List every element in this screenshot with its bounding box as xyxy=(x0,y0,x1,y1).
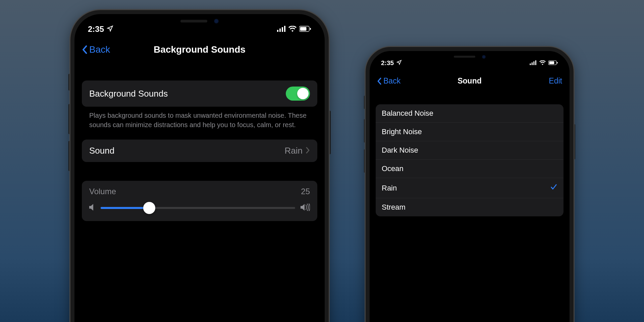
wifi-icon xyxy=(288,24,297,34)
sound-option[interactable]: Stream xyxy=(376,198,564,216)
location-icon xyxy=(107,24,113,34)
chevron-left-icon xyxy=(82,45,87,54)
svg-rect-8 xyxy=(532,62,533,65)
toggle-description: Plays background sounds to mask unwanted… xyxy=(82,107,317,140)
location-icon xyxy=(396,59,402,67)
svg-rect-9 xyxy=(533,61,534,65)
battery-icon xyxy=(299,24,311,34)
sound-row-value: Rain xyxy=(285,146,303,156)
toggle-card: Background Sounds xyxy=(82,80,317,107)
svg-rect-6 xyxy=(310,28,311,30)
power-button[interactable] xyxy=(329,111,331,154)
sound-option-label: Dark Noise xyxy=(382,146,418,155)
back-label: Back xyxy=(89,44,110,55)
sound-option-label: Rain xyxy=(382,184,397,193)
sound-option[interactable]: Dark Noise xyxy=(376,141,564,159)
status-time: 2:35 xyxy=(88,24,104,34)
notch xyxy=(428,51,512,62)
cellular-icon xyxy=(530,59,537,67)
svg-rect-13 xyxy=(557,62,557,64)
svg-rect-7 xyxy=(530,63,531,65)
slider-thumb[interactable] xyxy=(143,202,155,214)
speaker-high-icon xyxy=(301,204,310,212)
sound-options-list: Balanced NoiseBright NoiseDark NoiseOcea… xyxy=(376,104,564,216)
sound-row[interactable]: Sound Rain xyxy=(82,140,317,162)
back-button[interactable]: Back xyxy=(82,44,110,55)
sound-option-label: Bright Noise xyxy=(382,127,422,136)
notch xyxy=(148,14,252,28)
svg-rect-1 xyxy=(279,29,281,32)
volume-label: Volume xyxy=(89,187,116,196)
speaker-low-icon xyxy=(89,204,95,212)
volume-card: Volume 25 xyxy=(82,181,317,221)
background-sounds-toggle[interactable] xyxy=(286,87,310,101)
battery-icon xyxy=(548,59,558,67)
edit-button[interactable]: Edit xyxy=(549,76,562,86)
phone-frame-right: 2:35 xyxy=(366,47,574,322)
back-button[interactable]: Back xyxy=(377,76,400,86)
toggle-label: Background Sounds xyxy=(89,89,168,99)
sound-option[interactable]: Ocean xyxy=(376,159,564,178)
svg-rect-0 xyxy=(277,30,278,32)
chevron-left-icon xyxy=(377,77,381,85)
status-time: 2:35 xyxy=(381,59,394,67)
phone-frame-left: 2:35 xyxy=(70,10,329,322)
page-title: Background Sounds xyxy=(74,44,325,55)
sound-option-label: Stream xyxy=(382,203,406,212)
check-icon xyxy=(550,183,557,193)
svg-rect-12 xyxy=(549,61,554,64)
sound-option-label: Ocean xyxy=(382,164,404,173)
cellular-icon xyxy=(277,24,286,34)
chevron-right-icon xyxy=(306,146,310,156)
sound-option-label: Balanced Noise xyxy=(382,109,433,118)
svg-rect-3 xyxy=(284,26,285,32)
power-button[interactable] xyxy=(574,124,575,159)
svg-rect-10 xyxy=(535,60,536,65)
svg-rect-2 xyxy=(282,27,283,32)
sound-option[interactable]: Balanced Noise xyxy=(376,104,564,122)
sound-row-label: Sound xyxy=(89,146,114,156)
volume-value: 25 xyxy=(301,187,310,196)
svg-rect-5 xyxy=(300,27,307,31)
wifi-icon xyxy=(539,59,546,67)
sound-option[interactable]: Bright Noise xyxy=(376,122,564,141)
sound-option[interactable]: Rain xyxy=(376,178,564,198)
volume-slider[interactable] xyxy=(101,207,295,209)
back-label: Back xyxy=(383,76,400,86)
